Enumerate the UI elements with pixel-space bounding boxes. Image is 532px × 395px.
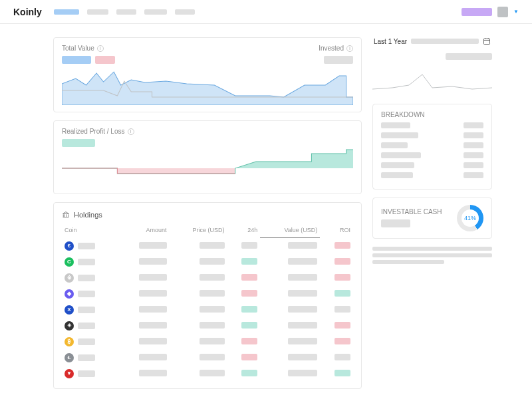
coin-name [78, 338, 95, 345]
top-nav [54, 9, 450, 15]
col-24h[interactable]: 24h [227, 224, 261, 238]
change-24h [241, 322, 257, 329]
total-value-chart [62, 65, 353, 105]
amount [139, 322, 167, 329]
amount [139, 290, 167, 297]
svg-rect-0 [484, 39, 490, 44]
coin-icon: ◆ [65, 289, 74, 299]
table-row[interactable]: ※ [62, 270, 353, 286]
calendar-icon[interactable] [483, 37, 491, 45]
roi [334, 290, 350, 297]
price [200, 306, 225, 313]
price [200, 242, 225, 249]
col-amount[interactable]: Amount [118, 224, 170, 238]
col-roi[interactable]: ROI [320, 224, 353, 238]
change-24h [241, 290, 257, 297]
coin-name [78, 354, 95, 361]
nav-item[interactable] [144, 9, 167, 15]
col-value[interactable]: Value (USD) [260, 224, 320, 238]
coin-name [78, 370, 95, 377]
info-icon[interactable]: i [128, 128, 134, 135]
total-value-label: Total Value [62, 45, 94, 52]
change-24h [241, 370, 257, 376]
amount [139, 354, 167, 360]
coin-name [78, 323, 95, 329]
price [200, 370, 225, 376]
holdings-table: Coin Amount Price (USD) 24h Value (USD) … [62, 224, 353, 382]
table-row[interactable]: ▼ [62, 366, 353, 382]
period-value [446, 53, 492, 60]
amount [139, 242, 167, 249]
coin-name [78, 275, 95, 281]
table-row[interactable]: € [62, 238, 353, 254]
holdings-card: Holdings Coin Amount Price (USD) 24h Val… [53, 202, 362, 389]
period-label: Last 1 Year [374, 38, 407, 45]
disclaimer [372, 247, 492, 264]
value [288, 338, 317, 344]
change-24h [241, 338, 257, 344]
table-row[interactable]: Ł [62, 350, 353, 366]
investable-value [381, 219, 410, 227]
coin-icon: C [65, 257, 74, 267]
chevron-down-icon[interactable]: ▼ [513, 9, 519, 15]
change-24h [241, 354, 257, 360]
investable-title: INVESTABLE CASH [381, 208, 450, 215]
roi [334, 338, 350, 344]
total-value-card: Total Valuei Investedi [53, 37, 362, 112]
coin-icon: ✴ [65, 321, 74, 330]
nav-item[interactable] [175, 9, 195, 15]
col-price[interactable]: Price (USD) [170, 224, 227, 238]
coin-icon: ₿ [65, 337, 74, 346]
coin-icon: ▼ [65, 369, 74, 378]
upgrade-button[interactable] [462, 8, 492, 16]
invested-value [324, 56, 353, 64]
roi [334, 242, 350, 249]
bank-icon [62, 211, 70, 219]
table-row[interactable]: ◆ [62, 286, 353, 302]
roi [334, 354, 350, 360]
user-avatar[interactable] [497, 7, 508, 17]
value [288, 370, 317, 376]
value [288, 322, 317, 329]
info-icon[interactable]: i [346, 45, 353, 52]
legend-value [62, 56, 91, 64]
logo: Koinly [13, 7, 42, 17]
nav-item[interactable] [54, 9, 79, 15]
table-row[interactable]: ₿ [62, 334, 353, 350]
legend-invested [95, 56, 115, 64]
realized-chart [62, 147, 353, 187]
breakdown-title: BREAKDOWN [381, 111, 483, 118]
invested-label: Invested [319, 45, 344, 52]
price [200, 290, 225, 297]
value [288, 354, 317, 360]
value [288, 258, 317, 265]
coin-icon: Ł [65, 353, 74, 362]
coin-name [78, 243, 95, 249]
nav-item[interactable] [116, 9, 136, 15]
coin-name [78, 307, 95, 313]
value [288, 306, 317, 313]
table-row[interactable]: C [62, 254, 353, 270]
amount [139, 306, 167, 313]
info-icon[interactable]: i [97, 45, 104, 52]
col-coin[interactable]: Coin [62, 224, 118, 238]
coin-icon: X [65, 305, 74, 315]
price [200, 338, 225, 344]
investable-donut: 41% [457, 205, 483, 231]
change-24h [241, 306, 257, 313]
change-24h [241, 258, 257, 265]
table-row[interactable]: X [62, 302, 353, 318]
investable-card: INVESTABLE CASH 41% [372, 198, 492, 239]
value [288, 290, 317, 297]
period-selector[interactable]: Last 1 Year [372, 37, 492, 45]
change-24h [241, 274, 257, 281]
amount [139, 370, 167, 376]
nav-item[interactable] [87, 9, 108, 15]
coin-icon: € [65, 241, 74, 251]
table-row[interactable]: ✴ [62, 318, 353, 334]
roi [334, 274, 350, 281]
breakdown-card: BREAKDOWN [372, 104, 492, 190]
amount [139, 258, 167, 265]
price [200, 274, 225, 281]
value [288, 274, 317, 281]
